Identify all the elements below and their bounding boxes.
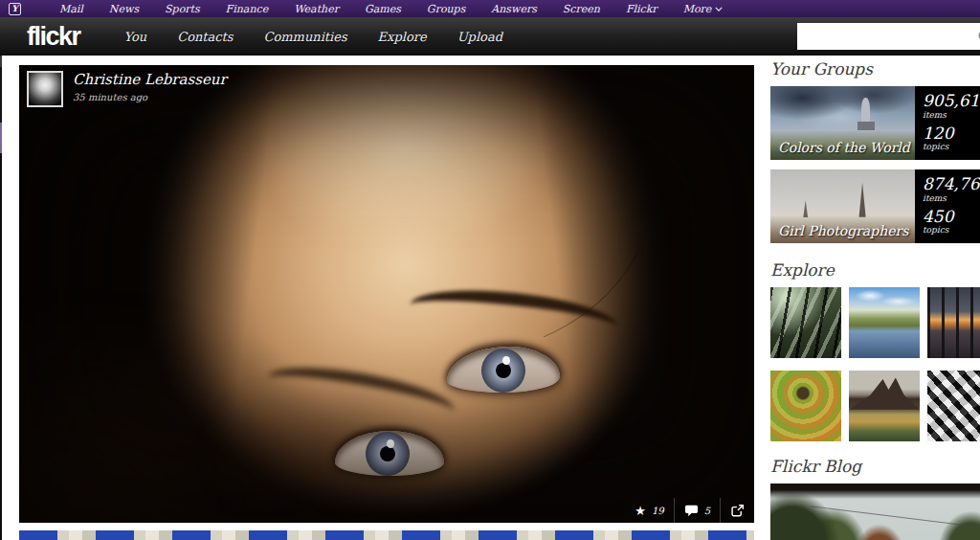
group-card-girl-photographers[interactable]: Girl Photographers 874,767 items 450 top… [770,169,980,243]
yahoo-nav-news[interactable]: News [109,3,139,15]
yahoo-logo[interactable]: Y [9,3,21,15]
yahoo-nav-sports[interactable]: Sports [165,3,200,15]
next-photo-preview[interactable] [19,530,754,540]
flickr-nav: You Contacts Communities Explore Upload [124,30,502,44]
yahoo-more-label: More [683,3,712,15]
share-icon [730,504,745,518]
sidebar: Your Groups Colors of the World 905,610 … [770,59,980,540]
explore-thumb-sunset-pier[interactable] [927,287,980,358]
flickr-blog-heading: Flickr Blog [770,457,980,476]
group-thumbnail-city-skyline: Girl Photographers [770,169,915,243]
yahoo-nav-finance[interactable]: Finance [226,3,269,15]
comment-icon [684,505,699,517]
yahoo-nav-games[interactable]: Games [365,3,401,15]
group-items-count: 905,610 [923,92,980,110]
nav-explore[interactable]: Explore [378,30,427,44]
yahoo-nav: Mail News Sports Finance Weather Games G… [59,3,723,15]
nav-communities[interactable]: Communities [264,30,347,44]
comment-count: 5 [704,506,710,516]
yahoo-nav-answers[interactable]: Answers [491,3,537,15]
explore-thumb-autumn-lake[interactable] [849,287,920,358]
post-author-overlay: Christine Lebrasseur 35 minutes ago [27,71,227,107]
explore-thumbnail-grid [770,287,980,441]
photo-action-bar: ★ 19 5 [625,498,754,523]
explore-heading: Explore [770,260,980,280]
flickr-logo[interactable]: flickr [27,24,80,50]
yahoo-nav-flickr[interactable]: Flickr [626,3,657,15]
share-button[interactable] [720,498,754,523]
favorite-count: 19 [652,506,664,516]
group-name: Girl Photographers [778,223,908,238]
group-stats: 874,767 items 450 topics [915,169,980,243]
group-topics-label: topics [923,142,980,151]
group-thumbnail-statue-sky: Colors of the World [770,86,915,160]
nav-you[interactable]: You [124,30,147,44]
post-timestamp: 35 minutes ago [73,92,227,102]
yahoo-nav-weather[interactable]: Weather [294,3,339,15]
yahoo-nav-more[interactable]: More [683,3,724,15]
explore-thumb-swirl-tree[interactable] [770,371,841,441]
group-name: Colors of the World [778,140,910,155]
flickr-navbar: flickr You Contacts Communities Explore … [0,17,980,56]
group-stats: 905,610 items 120 topics [915,86,980,160]
group-topics-label: topics [923,225,980,235]
yahoo-toolbar: Y Mail News Sports Finance Weather Games… [0,0,980,17]
photo-vignette [19,65,754,523]
yahoo-nav-mail[interactable]: Mail [59,3,83,15]
group-card-colors-of-the-world[interactable]: Colors of the World 905,610 items 120 to… [770,86,980,160]
pedestal-shape [858,122,875,130]
group-items-label: items [923,110,980,120]
chevron-down-icon [715,7,723,11]
spire-shape [858,183,868,217]
star-icon: ★ [635,505,646,517]
statue-shape [861,98,870,123]
avatar[interactable] [27,71,63,107]
nav-upload[interactable]: Upload [457,30,502,44]
yahoo-nav-groups[interactable]: Groups [427,3,465,15]
flickr-blog-thumbnail[interactable] [770,484,980,540]
comment-button[interactable]: 5 [674,498,720,523]
yahoo-nav-screen[interactable]: Screen [563,3,600,15]
explore-thumb-forest-light-rays[interactable] [770,287,841,358]
nav-contacts[interactable]: Contacts [177,30,233,44]
search-box [797,23,980,50]
group-topics-count: 120 [923,124,980,143]
explore-thumb-bw-abstract[interactable] [927,371,980,441]
flickr-page: Y Mail News Sports Finance Weather Games… [0,0,980,540]
explore-thumb-mountain-marsh[interactable] [849,371,920,441]
favorite-button[interactable]: ★ 19 [625,498,673,523]
left-edge-strip [0,56,2,540]
mountain-peak-shape [849,377,920,409]
author-name[interactable]: Christine Lebrasseur [73,71,227,88]
power-line-shape [811,506,980,529]
photo-post[interactable]: Christine Lebrasseur 35 minutes ago ★ 19… [19,65,754,523]
search-input[interactable] [797,23,977,50]
group-items-count: 874,767 [923,175,980,193]
group-items-label: items [923,193,980,203]
group-topics-count: 450 [923,208,980,226]
spire-small-shape [802,200,809,217]
your-groups-heading: Your Groups [770,59,980,79]
